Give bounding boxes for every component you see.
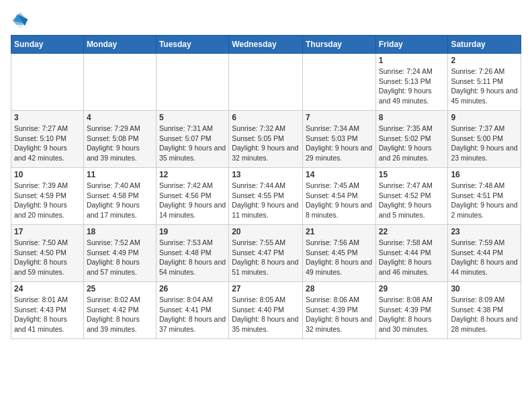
day-number: 27	[232, 284, 300, 293]
day-number: 18	[87, 227, 153, 236]
week-row-3: 10Sunrise: 7:39 AM Sunset: 4:59 PM Dayli…	[11, 168, 521, 225]
calendar-table: SundayMondayTuesdayWednesdayThursdayFrid…	[11, 35, 521, 339]
logo	[11, 11, 32, 30]
week-row-2: 3Sunrise: 7:27 AM Sunset: 5:10 PM Daylig…	[11, 111, 521, 168]
calendar-cell: 22Sunrise: 7:58 AM Sunset: 4:44 PM Dayli…	[375, 225, 448, 282]
calendar-cell: 24Sunrise: 8:01 AM Sunset: 4:43 PM Dayli…	[11, 282, 84, 339]
day-info: Sunrise: 7:58 AM Sunset: 4:44 PM Dayligh…	[379, 238, 445, 277]
day-number: 11	[87, 170, 153, 179]
calendar-cell: 10Sunrise: 7:39 AM Sunset: 4:59 PM Dayli…	[11, 168, 84, 225]
calendar-cell: 18Sunrise: 7:52 AM Sunset: 4:49 PM Dayli…	[83, 225, 156, 282]
day-number: 13	[232, 170, 300, 179]
day-number: 19	[159, 227, 226, 236]
day-number: 7	[306, 113, 373, 122]
calendar-cell: 27Sunrise: 8:05 AM Sunset: 4:40 PM Dayli…	[229, 282, 303, 339]
dow-header-thursday: Thursday	[302, 36, 375, 54]
day-info: Sunrise: 7:37 AM Sunset: 5:00 PM Dayligh…	[451, 124, 518, 163]
day-number: 22	[379, 227, 445, 236]
day-info: Sunrise: 7:39 AM Sunset: 4:59 PM Dayligh…	[14, 181, 81, 220]
day-number: 30	[451, 284, 518, 293]
calendar-cell	[11, 54, 84, 111]
calendar-cell: 2Sunrise: 7:26 AM Sunset: 5:11 PM Daylig…	[448, 54, 521, 111]
calendar-cell: 9Sunrise: 7:37 AM Sunset: 5:00 PM Daylig…	[448, 111, 521, 168]
logo-icon	[11, 11, 30, 30]
day-info: Sunrise: 7:45 AM Sunset: 4:54 PM Dayligh…	[306, 181, 373, 220]
day-info: Sunrise: 7:50 AM Sunset: 4:50 PM Dayligh…	[14, 238, 81, 277]
calendar-cell: 30Sunrise: 8:09 AM Sunset: 4:38 PM Dayli…	[448, 282, 521, 339]
day-info: Sunrise: 7:59 AM Sunset: 4:44 PM Dayligh…	[451, 238, 518, 277]
calendar-cell: 12Sunrise: 7:42 AM Sunset: 4:56 PM Dayli…	[156, 168, 228, 225]
calendar-cell: 7Sunrise: 7:34 AM Sunset: 5:03 PM Daylig…	[302, 111, 375, 168]
calendar-cell: 20Sunrise: 7:55 AM Sunset: 4:47 PM Dayli…	[229, 225, 303, 282]
day-info: Sunrise: 7:34 AM Sunset: 5:03 PM Dayligh…	[306, 124, 373, 163]
day-number: 10	[14, 170, 81, 179]
day-info: Sunrise: 7:42 AM Sunset: 4:56 PM Dayligh…	[159, 181, 226, 220]
day-info: Sunrise: 7:27 AM Sunset: 5:10 PM Dayligh…	[14, 124, 81, 163]
day-info: Sunrise: 7:47 AM Sunset: 4:52 PM Dayligh…	[379, 181, 445, 220]
calendar-cell: 28Sunrise: 8:06 AM Sunset: 4:39 PM Dayli…	[302, 282, 375, 339]
day-number: 9	[451, 113, 518, 122]
week-row-1: 1Sunrise: 7:24 AM Sunset: 5:13 PM Daylig…	[11, 54, 521, 111]
day-info: Sunrise: 8:05 AM Sunset: 4:40 PM Dayligh…	[232, 295, 300, 334]
day-number: 8	[379, 113, 445, 122]
calendar-cell: 3Sunrise: 7:27 AM Sunset: 5:10 PM Daylig…	[11, 111, 84, 168]
day-number: 16	[451, 170, 518, 179]
day-number: 2	[451, 56, 518, 65]
calendar-cell: 5Sunrise: 7:31 AM Sunset: 5:07 PM Daylig…	[156, 111, 228, 168]
calendar-cell: 25Sunrise: 8:02 AM Sunset: 4:42 PM Dayli…	[83, 282, 156, 339]
day-info: Sunrise: 7:44 AM Sunset: 4:55 PM Dayligh…	[232, 181, 300, 220]
calendar-cell	[83, 54, 156, 111]
day-number: 28	[306, 284, 373, 293]
week-row-5: 24Sunrise: 8:01 AM Sunset: 4:43 PM Dayli…	[11, 282, 521, 339]
calendar-cell: 29Sunrise: 8:08 AM Sunset: 4:39 PM Dayli…	[375, 282, 448, 339]
day-info: Sunrise: 7:35 AM Sunset: 5:02 PM Dayligh…	[379, 124, 445, 163]
calendar-cell: 6Sunrise: 7:32 AM Sunset: 5:05 PM Daylig…	[229, 111, 303, 168]
dow-header-tuesday: Tuesday	[156, 36, 228, 54]
week-row-4: 17Sunrise: 7:50 AM Sunset: 4:50 PM Dayli…	[11, 225, 521, 282]
day-info: Sunrise: 7:29 AM Sunset: 5:08 PM Dayligh…	[87, 124, 153, 163]
day-number: 21	[306, 227, 373, 236]
day-number: 12	[159, 170, 226, 179]
calendar-cell: 23Sunrise: 7:59 AM Sunset: 4:44 PM Dayli…	[448, 225, 521, 282]
day-number: 25	[87, 284, 153, 293]
day-info: Sunrise: 7:24 AM Sunset: 5:13 PM Dayligh…	[379, 66, 445, 106]
calendar-cell: 19Sunrise: 7:53 AM Sunset: 4:48 PM Dayli…	[156, 225, 228, 282]
day-info: Sunrise: 7:40 AM Sunset: 4:58 PM Dayligh…	[87, 181, 153, 220]
page-header	[11, 11, 521, 30]
day-info: Sunrise: 7:56 AM Sunset: 4:45 PM Dayligh…	[306, 238, 373, 277]
calendar-cell: 1Sunrise: 7:24 AM Sunset: 5:13 PM Daylig…	[375, 54, 448, 111]
day-info: Sunrise: 8:08 AM Sunset: 4:39 PM Dayligh…	[379, 295, 445, 334]
day-info: Sunrise: 7:53 AM Sunset: 4:48 PM Dayligh…	[159, 238, 226, 277]
days-of-week-row: SundayMondayTuesdayWednesdayThursdayFrid…	[11, 36, 521, 54]
day-number: 29	[379, 284, 445, 293]
day-info: Sunrise: 7:55 AM Sunset: 4:47 PM Dayligh…	[232, 238, 300, 277]
calendar-cell: 17Sunrise: 7:50 AM Sunset: 4:50 PM Dayli…	[11, 225, 84, 282]
day-info: Sunrise: 8:01 AM Sunset: 4:43 PM Dayligh…	[14, 295, 81, 334]
calendar-cell: 26Sunrise: 8:04 AM Sunset: 4:41 PM Dayli…	[156, 282, 228, 339]
dow-header-saturday: Saturday	[448, 36, 521, 54]
dow-header-wednesday: Wednesday	[229, 36, 303, 54]
calendar-cell	[229, 54, 303, 111]
day-number: 24	[14, 284, 81, 293]
day-info: Sunrise: 8:06 AM Sunset: 4:39 PM Dayligh…	[306, 295, 373, 334]
day-info: Sunrise: 8:04 AM Sunset: 4:41 PM Dayligh…	[159, 295, 226, 334]
calendar-cell: 14Sunrise: 7:45 AM Sunset: 4:54 PM Dayli…	[302, 168, 375, 225]
day-number: 6	[232, 113, 300, 122]
day-info: Sunrise: 8:09 AM Sunset: 4:38 PM Dayligh…	[451, 295, 518, 334]
calendar-cell	[302, 54, 375, 111]
day-number: 1	[379, 56, 445, 65]
calendar-cell: 13Sunrise: 7:44 AM Sunset: 4:55 PM Dayli…	[229, 168, 303, 225]
day-number: 20	[232, 227, 300, 236]
day-info: Sunrise: 7:26 AM Sunset: 5:11 PM Dayligh…	[451, 66, 518, 106]
day-info: Sunrise: 7:52 AM Sunset: 4:49 PM Dayligh…	[87, 238, 153, 277]
day-number: 14	[306, 170, 373, 179]
day-info: Sunrise: 7:32 AM Sunset: 5:05 PM Dayligh…	[232, 124, 300, 163]
day-number: 26	[159, 284, 226, 293]
day-number: 5	[159, 113, 226, 122]
day-number: 3	[14, 113, 81, 122]
day-number: 17	[14, 227, 81, 236]
calendar-cell: 8Sunrise: 7:35 AM Sunset: 5:02 PM Daylig…	[375, 111, 448, 168]
calendar-cell: 21Sunrise: 7:56 AM Sunset: 4:45 PM Dayli…	[302, 225, 375, 282]
calendar-cell: 16Sunrise: 7:48 AM Sunset: 4:51 PM Dayli…	[448, 168, 521, 225]
day-number: 4	[87, 113, 153, 122]
